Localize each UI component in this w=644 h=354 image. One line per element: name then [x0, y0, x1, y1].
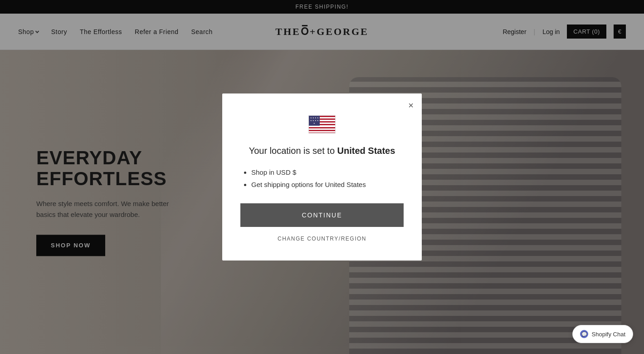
- star: ★: [310, 120, 312, 122]
- star: ★: [317, 120, 319, 122]
- flag-stars: ★ ★ ★ ★ ★ ★ ★ ★ ★: [309, 116, 320, 126]
- flag-container: ★ ★ ★ ★ ★ ★ ★ ★ ★: [240, 115, 404, 133]
- star: ★: [312, 120, 314, 122]
- location-modal: × ★ ★ ★: [222, 93, 422, 261]
- star: ★: [313, 123, 315, 124]
- us-flag: ★ ★ ★ ★ ★ ★ ★ ★ ★: [308, 115, 336, 133]
- continue-button[interactable]: CONTINUE: [240, 203, 404, 227]
- star: ★: [310, 117, 312, 119]
- change-region-button[interactable]: CHANGE COUNTRY/REGION: [278, 236, 366, 242]
- modal-location: United States: [337, 146, 395, 156]
- modal-heading: Your location is set to United States: [240, 144, 404, 157]
- chat-label: Shopify Chat: [592, 331, 625, 338]
- star: ★: [312, 117, 314, 119]
- star: ★: [317, 117, 319, 119]
- star: ★: [315, 120, 317, 122]
- modal-backdrop: × ★ ★ ★: [0, 0, 644, 354]
- modal-close-button[interactable]: ×: [408, 101, 414, 110]
- modal-heading-prefix: Your location is set to: [249, 146, 337, 156]
- modal-shop-info: Shop in USD $: [251, 166, 404, 178]
- chat-icon: 💬: [580, 330, 588, 338]
- shopify-chat[interactable]: 💬 Shopify Chat: [572, 325, 633, 343]
- modal-shipping-info: Get shipping options for United States: [251, 178, 404, 191]
- flag-stripe-13: [309, 133, 335, 133]
- modal-info-list: Shop in USD $ Get shipping options for U…: [240, 166, 404, 191]
- star: ★: [315, 117, 317, 119]
